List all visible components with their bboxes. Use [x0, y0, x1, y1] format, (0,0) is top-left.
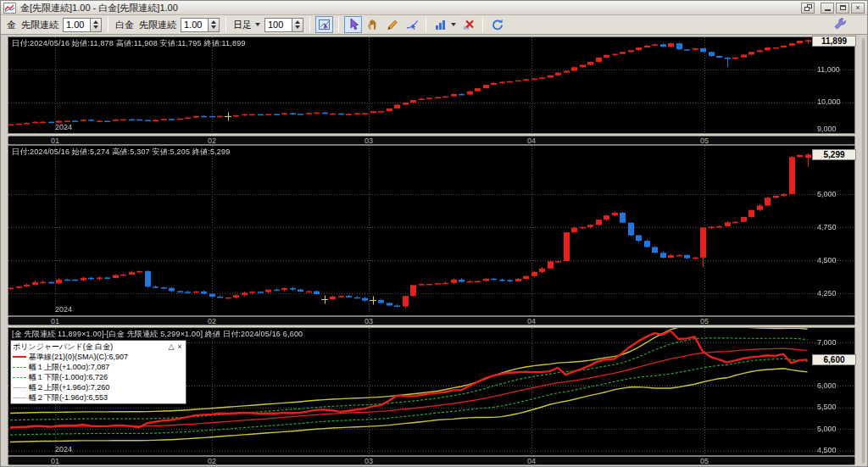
- band2-lower-swatch: [13, 398, 26, 398]
- titlebar[interactable]: 金[先限連続]1.00 - 白金[先限連続]1.00 ×: [1, 1, 867, 15]
- year-label: 2024: [55, 445, 72, 453]
- y-axis-label: 4,750: [817, 223, 837, 231]
- band1-upper-swatch: [13, 367, 26, 368]
- y-axis-label: 4,250: [817, 289, 837, 297]
- gold-last-price-badge: 11,899: [812, 36, 856, 47]
- legend-item: 幅１上限(+1.00σ):7,087: [13, 362, 184, 372]
- platinum-x-axis: 0102030405: [8, 316, 855, 325]
- gold-ratio-spinner-buttons[interactable]: [90, 18, 102, 32]
- toolbar-separator: [309, 17, 310, 32]
- legend-item: 幅２下限(-1.96σ):6,553: [13, 392, 184, 403]
- trendline-cursor-button[interactable]: [403, 16, 420, 33]
- toolbar-separator: [338, 17, 339, 32]
- y-axis-label: 5,500: [817, 403, 837, 411]
- legend-item: 幅１下限(-1.00σ):6,726: [13, 372, 184, 382]
- legend-item: 基準線(21)(0)(SMA)(C):6,907: [13, 352, 184, 362]
- spread-chart-panel: [金 先限連続 11,899×1.00]-[白金 先限連続 5,299×1.00…: [8, 327, 855, 456]
- x-axis-label: 04: [525, 457, 538, 465]
- crosshair-chart-icon: [318, 18, 331, 31]
- select-cursor-icon: [347, 18, 360, 31]
- toolbar-separator: [225, 17, 226, 32]
- settings-wrench-icon[interactable]: [833, 17, 849, 32]
- x-axis-label: 02: [205, 317, 219, 325]
- pan-hand-button[interactable]: [364, 16, 381, 33]
- draw-pencil-button[interactable]: [383, 16, 401, 33]
- gold-ratio-value[interactable]: 1.00: [63, 18, 90, 32]
- x-axis-label: 03: [362, 457, 376, 465]
- crosshair-chart-button[interactable]: [315, 16, 333, 33]
- chart-type-dropdown-arrow-icon[interactable]: [451, 23, 456, 26]
- x-axis-label: 05: [698, 136, 711, 145]
- spread-header-readout: [金 先限連続 11,899×1.00]-[白金 先限連続 5,299×1.00…: [12, 329, 303, 340]
- refresh-icon: [491, 18, 504, 31]
- y-axis-label: 7,000: [817, 338, 837, 347]
- platinum-last-price-badge: 5,299: [812, 149, 856, 160]
- period-select[interactable]: 日足: [233, 19, 252, 31]
- x-axis-label: 01: [48, 136, 62, 145]
- year-label: 2024: [55, 123, 72, 131]
- right-scroll-strip[interactable]: [859, 35, 868, 467]
- gold-label: 金: [7, 19, 16, 31]
- minimize-button[interactable]: [821, 3, 834, 14]
- y-axis-label: 6,000: [817, 381, 837, 390]
- spread-last-value-badge: 6,600: [812, 354, 856, 365]
- legend-item: 幅２上限(+1.96σ):7,260: [13, 382, 184, 392]
- platinum-ratio-value[interactable]: 1.00: [181, 18, 208, 32]
- period-dropdown-arrow-icon[interactable]: [255, 23, 260, 26]
- y-axis-label: 4,500: [817, 256, 837, 264]
- bar-count-spinner-buttons[interactable]: [292, 18, 303, 32]
- y-axis-label: 10,000: [817, 97, 841, 106]
- platinum-ratio-spinner-buttons[interactable]: [208, 18, 220, 32]
- x-axis-label: 02: [205, 136, 219, 145]
- select-cursor-button[interactable]: [344, 16, 362, 33]
- toolbar-separator: [108, 17, 108, 32]
- scroll-groove: [862, 38, 865, 464]
- platinum-label: 白金: [115, 19, 134, 31]
- trendline-cursor-icon: [405, 18, 419, 31]
- gold-candlestick-canvas[interactable]: [8, 37, 854, 133]
- bar-count-spinner[interactable]: 100: [264, 18, 303, 32]
- gold-ratio-spinner[interactable]: 1.00: [63, 18, 102, 32]
- x-axis-label: 03: [362, 317, 376, 325]
- toolbar: 金 先限連続 1.00 白金 先限連続 1.00 日足 100: [1, 15, 867, 35]
- toolbar-separator: [482, 17, 483, 32]
- band2-upper-swatch: [13, 387, 26, 388]
- y-axis-label: 5,000: [817, 425, 837, 433]
- platinum-series-label: 先限連続: [139, 19, 176, 31]
- platinum-candlestick-canvas[interactable]: [8, 146, 854, 315]
- delete-drawings-button[interactable]: [459, 16, 477, 33]
- y-axis-label: 9,000: [817, 125, 837, 133]
- bar-count-value[interactable]: 100: [264, 18, 292, 32]
- x-axis-label: 01: [48, 457, 62, 465]
- band1-lower-swatch: [13, 377, 26, 378]
- centerline-swatch: [13, 356, 26, 358]
- x-axis-label: 04: [525, 317, 538, 325]
- legend-collapse-button[interactable]: △: [167, 342, 175, 351]
- stack-windows-button[interactable]: [801, 3, 815, 14]
- maximize-button[interactable]: [836, 3, 849, 14]
- x-axis-label: 01: [48, 317, 62, 325]
- bollinger-legend: ボリンジャーバンド(金 白金) △ × 基準線(21)(0)(SMA)(C):6…: [10, 340, 186, 404]
- window-title: 金[先限連続]1.00 - 白金[先限連続]1.00: [20, 2, 801, 14]
- platinum-ohlc-readout: 日付:2024/05/16 始値:5,274 高値:5,307 安値:5,205…: [12, 147, 230, 158]
- close-button[interactable]: ×: [851, 3, 865, 14]
- x-axis-label: 05: [698, 317, 711, 325]
- platinum-chart-panel: 日付:2024/05/16 始値:5,274 高値:5,307 安値:5,205…: [8, 145, 855, 316]
- bar-chart-icon: [434, 18, 448, 31]
- gold-ohlc-readout: 日付:2024/05/16 始値:11,878 高値:11,908 安値:11,…: [12, 38, 246, 49]
- x-axis-label: 02: [205, 457, 219, 465]
- app-chart-icon: [3, 3, 17, 14]
- y-axis-label: 5,000: [817, 190, 837, 198]
- gold-x-axis: 0102030405: [8, 136, 855, 145]
- platinum-ratio-spinner[interactable]: 1.00: [181, 18, 220, 32]
- year-label: 2024: [55, 305, 72, 314]
- x-axis-label: 03: [362, 136, 376, 145]
- chart-area: 日付:2024/05/16 始値:11,878 高値:11,908 安値:11,…: [1, 35, 868, 467]
- gold-chart-panel: 日付:2024/05/16 始値:11,878 高値:11,908 安値:11,…: [8, 36, 855, 134]
- x-axis-label: 05: [698, 457, 711, 465]
- x-axis-label: 04: [525, 136, 538, 145]
- bar-chart-type-button[interactable]: [431, 16, 449, 33]
- toolbar-separator: [426, 17, 426, 32]
- refresh-button[interactable]: [488, 16, 506, 33]
- legend-close-button[interactable]: ×: [175, 342, 184, 351]
